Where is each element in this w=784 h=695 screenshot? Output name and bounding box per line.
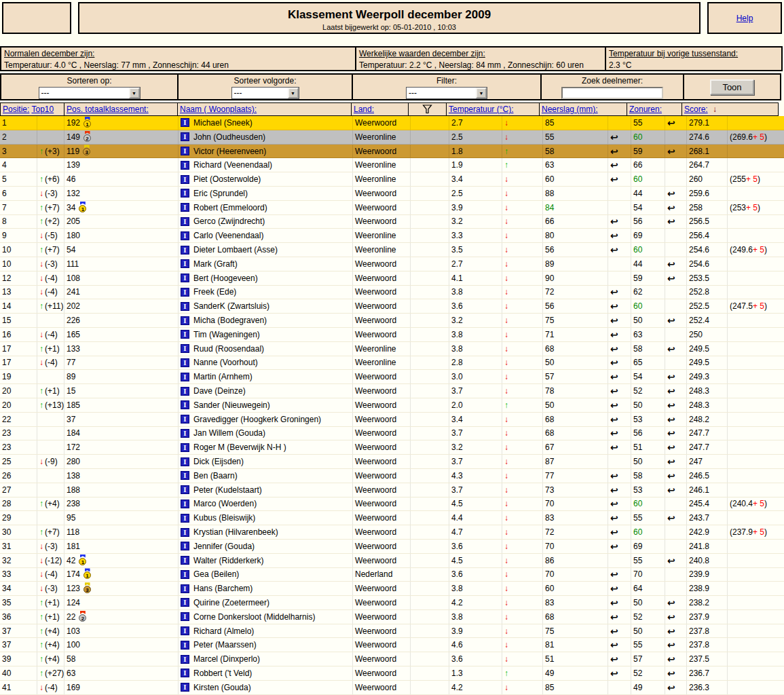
show-button[interactable]: Toon	[710, 79, 753, 95]
table-row[interactable]: 6 ↓ (-3) 132 IEric (Sprundel) Weerwoord …	[0, 187, 784, 201]
table-row[interactable]: 17 ↑ (+1) 133 IRuud (Roosendaal) Weeronl…	[0, 342, 784, 356]
sort-land-link[interactable]: Land:	[354, 105, 374, 114]
participant-info-icon[interactable]: I	[181, 400, 189, 409]
participant-info-icon[interactable]: I	[181, 246, 189, 255]
table-row[interactable]: 27 188 IPeter (Kudelstaart) Weerwoord 3.…	[0, 483, 784, 497]
participant-info-icon[interactable]: I	[181, 556, 189, 565]
participant-info-icon[interactable]: I	[181, 669, 189, 677]
table-row[interactable]: 13 ↓ (-4) 241 IFreek (Ede) Weerwoord 3.8…	[0, 286, 784, 300]
table-row[interactable]: 37 ↑ (+4) 103 IRichard (Almelo) Weerwoor…	[0, 624, 784, 639]
participant-info-icon[interactable]: I	[181, 373, 189, 381]
sort-positie-link[interactable]: Positie:	[3, 105, 29, 114]
participant-info-icon[interactable]: I	[181, 147, 189, 155]
filter-funnel-icon[interactable]	[422, 105, 432, 114]
sort-by-select[interactable]: --- ▼	[39, 87, 141, 99]
table-row[interactable]: 10 ↓ (-3) 111 IMark (Graft) Weerwoord 2.…	[0, 257, 784, 271]
chevron-down-icon[interactable]: ▼	[288, 88, 299, 98]
sort-neerslag-link[interactable]: Neerslag (mm):	[542, 105, 598, 114]
table-row[interactable]: 28 ↑ (+4) 238 IMarco (Woerden) Weerwoord…	[0, 497, 784, 512]
table-row[interactable]: 8 ↑ (+2) 205 IGerco (Zwijndrecht) Weerwo…	[0, 215, 784, 229]
participant-info-icon[interactable]: I	[181, 274, 189, 282]
table-row[interactable]: 16 ↓ (-4) 165 ITim (Wageningen) Weerwoor…	[0, 328, 784, 342]
sort-totaal-link[interactable]: Pos. totaalklassement:	[67, 105, 149, 114]
participant-info-icon[interactable]: I	[181, 500, 189, 508]
participant-info-icon[interactable]: I	[181, 641, 189, 650]
chevron-down-icon[interactable]: ▼	[476, 88, 487, 98]
sort-score-link[interactable]: Score:	[684, 105, 708, 114]
participant-info-icon[interactable]: I	[181, 118, 189, 127]
participant-info-icon[interactable]: I	[181, 415, 189, 424]
table-row[interactable]: 7 ↑ (+7) 341 IRobert (Emmeloord) Weerwoo…	[0, 201, 784, 215]
participant-info-icon[interactable]: I	[181, 612, 189, 621]
table-row[interactable]: 23 184 IJan Willem (Gouda) Weerwoord 3.7…	[0, 427, 784, 441]
table-row[interactable]: 25 ↓ (-9) 280 IDick (Eijsden) Weerwoord …	[0, 455, 784, 469]
table-row[interactable]: 12 ↓ (-4) 108 IBert (Hoogeveen) Weerwoor…	[0, 271, 784, 286]
table-row[interactable]: 31 ↓ (-3) 181 IJennifer (Gouda) Weerwoor…	[0, 540, 784, 554]
table-row[interactable]: 15 226 IMicha (Bodegraven) Weerwoord 3.2…	[0, 314, 784, 328]
chevron-down-icon[interactable]: ▼	[129, 88, 140, 98]
participant-info-icon[interactable]: I	[181, 683, 189, 692]
table-row[interactable]: 10 ↑ (+7) 54 IDieter Lombaert (Asse) Wee…	[0, 243, 784, 257]
participant-info-icon[interactable]: I	[181, 542, 189, 550]
table-row[interactable]: 37 ↑ (+4) 100 IPeter (Maarssen) Weerwoor…	[0, 638, 784, 652]
table-row[interactable]: 34 ↓ (-3) 1233 IHans (Barchem) Weerwoord…	[0, 582, 784, 596]
participant-info-icon[interactable]: I	[181, 387, 189, 396]
table-row[interactable]: 22 37 IGravedigger (Hoogkerk Groningen) …	[0, 413, 784, 427]
participant-info-icon[interactable]: I	[181, 443, 189, 452]
table-row[interactable]: 41 ↓ (-4) 169 IKirsten (Gouda) Weerwoord…	[0, 681, 784, 695]
sort-zonuren-link[interactable]: Zonuren:	[629, 105, 662, 114]
table-row[interactable]: 39 ↑ (+4) 58 IMarcel (Dinxperlo) Weerwoo…	[0, 652, 784, 666]
participant-info-icon[interactable]: I	[181, 514, 189, 523]
participant-info-icon[interactable]: I	[181, 344, 189, 353]
sort-top10-link[interactable]: Top10	[31, 105, 54, 114]
filter-select[interactable]: --- ▼	[406, 87, 487, 99]
participant-info-icon[interactable]: I	[181, 217, 189, 226]
table-row[interactable]: 33 ↓ (-4) 1741 IGea (Beilen) Nederland 3…	[0, 568, 784, 582]
help-link[interactable]: Help	[736, 14, 753, 23]
participant-info-icon[interactable]: I	[181, 584, 189, 593]
participant-info-icon[interactable]: I	[181, 485, 189, 494]
sort-naam-link[interactable]: Naam ( Woonplaats):	[180, 105, 257, 114]
participant-info-icon[interactable]: I	[181, 330, 189, 339]
participant-info-icon[interactable]: I	[181, 655, 189, 664]
sort-temperatuur-link[interactable]: Temperatuur (°C):	[449, 105, 514, 114]
participant-info-icon[interactable]: I	[181, 358, 189, 367]
participant-info-icon[interactable]: I	[181, 175, 189, 184]
table-row[interactable]: 4 139 IRichard (Veenendaal) Weeronline 1…	[0, 158, 784, 172]
table-row[interactable]: 5 ↑ (+6) 46 IPiet (Oosterwolde) Weeronli…	[0, 172, 784, 187]
table-row[interactable]: 17 ↓ (-4) 77 INanne (Voorhout) Weeronlin…	[0, 356, 784, 371]
table-row[interactable]: 29 95 IKubus (Bleiswijk) Weerwoord 4.4 ↓…	[0, 511, 784, 525]
sort-order-select[interactable]: --- ▼	[231, 87, 299, 99]
participant-info-icon[interactable]: I	[181, 203, 189, 212]
participant-info-icon[interactable]: I	[181, 471, 189, 480]
participant-info-icon[interactable]: I	[181, 528, 189, 537]
table-row[interactable]: 14 ↑ (+11) 202 ISanderK (Zwartsluis) Wee…	[0, 299, 784, 314]
participant-info-icon[interactable]: I	[181, 161, 189, 170]
table-row[interactable]: 20 ↑ (+13) 185 ISander (Nieuwegein) Weer…	[0, 398, 784, 413]
participant-info-icon[interactable]: I	[181, 189, 189, 198]
table-row[interactable]: 20 ↑ (+1) 15 IDave (Deinze) Weerwoord 3.…	[0, 384, 784, 398]
table-row[interactable]: 9 ↓ (-5) 180 ICarlo (Veenendaal) Weeronl…	[0, 229, 784, 243]
participant-info-icon[interactable]: I	[181, 259, 189, 268]
participant-info-icon[interactable]: I	[181, 302, 189, 311]
participant-info-icon[interactable]: I	[181, 132, 189, 141]
table-row[interactable]: 19 89 IMartin (Arnhem) Weerwoord 3.0 ↓ 5…	[0, 370, 784, 384]
participant-info-icon[interactable]: I	[181, 231, 189, 240]
participant-info-icon[interactable]: I	[181, 429, 189, 438]
participant-info-icon[interactable]: I	[181, 457, 189, 466]
table-row[interactable]: 30 ↑ (+7) 118 IKrystian (Hilvarenbeek) W…	[0, 525, 784, 540]
table-row[interactable]: 23 172 IRoger M (Beverwijk N-H ) Weerwoo…	[0, 440, 784, 455]
table-row[interactable]: 32 ↓ (-12) 421 IWalter (Ridderkerk) Weer…	[0, 554, 784, 568]
participant-info-icon[interactable]: I	[181, 598, 189, 607]
participant-info-icon[interactable]: I	[181, 316, 189, 325]
table-row[interactable]: 2 1492 IJohn (Oudheusden) Weeronline 2.5…	[0, 130, 784, 145]
participant-info-icon[interactable]: I	[181, 288, 189, 297]
table-row[interactable]: 3 ↑ (+3) 1193 IVictor (Heerenveen) Weerw…	[0, 145, 784, 159]
table-row[interactable]: 40 ↑ (+27) 63 IRobbert ('t Veld) Weerwoo…	[0, 666, 784, 681]
table-row[interactable]: 36 ↑ (+1) 222 ICorne Donkersloot (Middel…	[0, 610, 784, 624]
participant-info-icon[interactable]: I	[181, 570, 189, 579]
table-row[interactable]: 35 ↑ (+1) 124 IQuirine (Zoetermeer) Weer…	[0, 596, 784, 610]
table-row[interactable]: 1 1921 IMichael (Sneek) Weerwoord 2.7 ↓ …	[0, 116, 784, 130]
table-row[interactable]: 26 138 IBen (Baarn) Weerwoord 4.3 ↓ 77 ↩…	[0, 469, 784, 483]
search-input[interactable]	[561, 87, 663, 99]
